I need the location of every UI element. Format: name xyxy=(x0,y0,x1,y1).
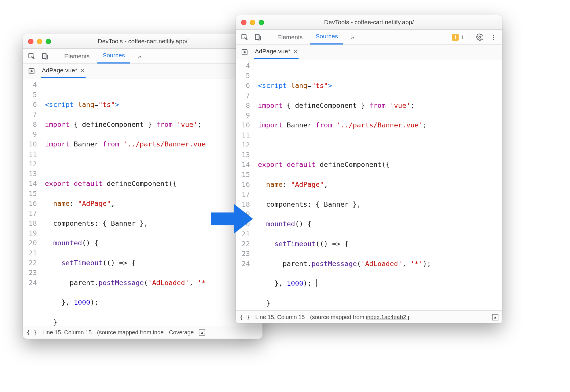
tab-sources[interactable]: Sources xyxy=(310,30,343,44)
status-bar: { } Line 15, Column 15 (source mapped fr… xyxy=(23,326,263,339)
svg-rect-7 xyxy=(255,34,259,39)
issues-count: 1 xyxy=(461,34,464,40)
code-area[interactable]: <script lang="ts"> import { defineCompon… xyxy=(254,59,502,310)
tab-more[interactable]: » xyxy=(133,49,147,63)
inspect-element-icon[interactable] xyxy=(239,31,250,43)
device-toolbar-icon[interactable] xyxy=(39,50,51,62)
separator xyxy=(268,33,268,41)
file-tab-label: AdPage.vue* xyxy=(42,67,77,74)
file-tab-label: AdPage.vue* xyxy=(255,48,290,55)
sourcemap-link[interactable]: index.1ac4eab2.j xyxy=(366,314,409,320)
window-title: DevTools - coffee-cart.netlify.app/ xyxy=(23,38,263,45)
line-number-gutter: 456789101112131415161718192021222324 xyxy=(23,78,41,326)
svg-rect-1 xyxy=(42,53,46,59)
text-cursor xyxy=(316,279,317,287)
cursor-position: Line 15, Column 15 xyxy=(42,329,92,336)
warning-icon: ! xyxy=(452,34,459,41)
arrow-icon xyxy=(211,202,253,236)
svg-point-12 xyxy=(493,39,494,40)
separator xyxy=(470,33,470,41)
source-editor[interactable]: 456789101112131415161718192021222324 <sc… xyxy=(236,59,502,310)
device-toolbar-icon[interactable] xyxy=(252,31,264,43)
devtools-tabstrip: Elements Sources » ! 1 xyxy=(236,30,502,45)
navigator-toggle-icon[interactable] xyxy=(26,65,37,77)
window-title: DevTools - coffee-cart.netlify.app/ xyxy=(236,19,502,26)
file-tab-row: AdPage.vue* ✕ xyxy=(236,45,502,59)
coverage-label[interactable]: Coverage xyxy=(169,329,194,336)
sourcemap-link[interactable]: inde xyxy=(153,329,164,336)
sourcemap-info: (source mapped from index.1ac4eab2.j xyxy=(310,314,409,320)
line-number-gutter: 456789101112131415161718192021222324 xyxy=(236,59,254,310)
inspect-element-icon[interactable] xyxy=(26,50,37,62)
svg-point-9 xyxy=(479,36,481,38)
file-tab-adpage[interactable]: AdPage.vue* ✕ xyxy=(254,45,299,59)
tab-sources[interactable]: Sources xyxy=(97,49,130,63)
svg-marker-14 xyxy=(244,51,246,53)
drawer-toggle-icon[interactable]: ▲ xyxy=(199,329,205,335)
drawer-toggle-icon[interactable]: ▲ xyxy=(492,314,498,320)
titlebar: DevTools - coffee-cart.netlify.app/ xyxy=(23,34,263,49)
devtools-window-after: DevTools - coffee-cart.netlify.app/ Elem… xyxy=(236,15,502,323)
devtools-window-before: DevTools - coffee-cart.netlify.app/ Elem… xyxy=(23,34,263,339)
svg-point-10 xyxy=(493,35,494,36)
svg-marker-5 xyxy=(211,204,253,233)
kebab-menu-icon[interactable] xyxy=(488,31,499,43)
close-tab-icon[interactable]: ✕ xyxy=(293,48,298,54)
devtools-tabstrip: Elements Sources » xyxy=(23,49,263,64)
tab-more[interactable]: » xyxy=(346,30,360,44)
svg-marker-4 xyxy=(31,70,33,72)
status-bar: { } Line 15, Column 15 (source mapped fr… xyxy=(236,310,502,323)
issues-badge[interactable]: ! 1 xyxy=(450,33,466,41)
svg-point-11 xyxy=(493,37,494,38)
braces-icon[interactable]: { } xyxy=(27,329,37,336)
navigator-toggle-icon[interactable] xyxy=(239,46,250,58)
settings-gear-icon[interactable] xyxy=(474,31,486,43)
cursor-position: Line 15, Column 15 xyxy=(255,314,305,320)
titlebar: DevTools - coffee-cart.netlify.app/ xyxy=(236,15,502,30)
separator xyxy=(55,52,55,60)
file-tab-adpage[interactable]: AdPage.vue* ✕ xyxy=(41,64,86,78)
close-tab-icon[interactable]: ✕ xyxy=(80,67,85,74)
braces-icon[interactable]: { } xyxy=(240,314,250,321)
file-tab-row: AdPage.vue* ✕ xyxy=(23,64,263,78)
tab-elements[interactable]: Elements xyxy=(59,49,95,63)
sourcemap-info: (source mapped from inde xyxy=(97,329,164,336)
tab-elements[interactable]: Elements xyxy=(272,30,308,44)
